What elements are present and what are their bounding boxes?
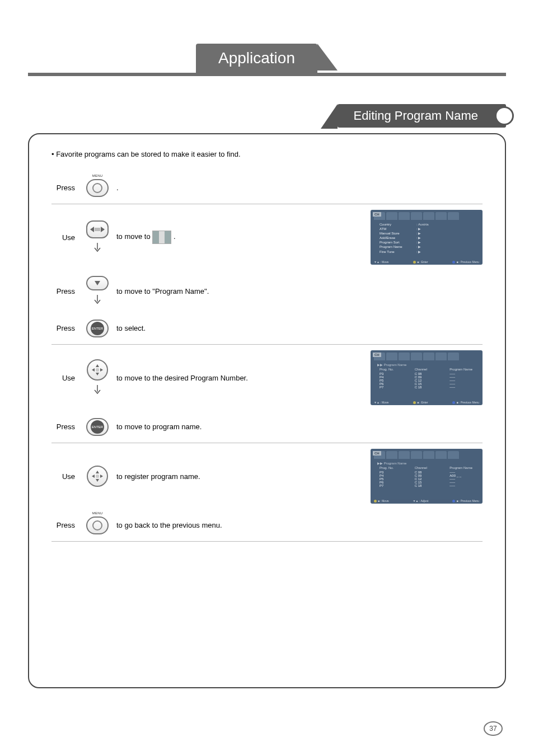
content-frame: Favorite programs can be stored to make … xyxy=(28,133,506,688)
enter-label: ENTER xyxy=(91,420,104,434)
step-row: Use to register program name. CH ▶▶ Prog… xyxy=(51,443,483,509)
step-verb: Press xyxy=(51,287,83,295)
step-row: Press ENTER to select. xyxy=(51,312,483,345)
osd-badge: CH xyxy=(373,451,381,456)
steps-list: Press MENU . Use xyxy=(51,172,483,542)
osd-sub: ▶▶ Program Name xyxy=(377,363,479,367)
step-row: Press ENTER to move to program name. xyxy=(51,411,483,443)
step-verb: Use xyxy=(51,472,83,481)
step-desc: to move to the desired Program Number. xyxy=(112,374,354,382)
step-desc-prefix: to move to xyxy=(116,232,152,241)
step-desc: to register program name. xyxy=(112,472,354,481)
header-tab-bar: Application xyxy=(28,44,506,73)
step-verb: Use xyxy=(51,374,83,382)
enter-label: ENTER xyxy=(91,322,104,335)
section-title-wrap: Editing Program Name xyxy=(28,104,506,129)
step-row: Press MENU . xyxy=(51,172,483,204)
flow-down-icon xyxy=(93,295,102,307)
page-number: 37 xyxy=(484,721,503,736)
svg-rect-13 xyxy=(96,475,99,478)
svg-marker-4 xyxy=(96,364,99,367)
manual-page: Application Editing Program Name Favorit… xyxy=(0,0,534,756)
step-row: Use to move to . CH xyxy=(51,204,483,270)
four-way-button-icon xyxy=(87,359,108,381)
menu-label: MENU xyxy=(92,511,102,515)
step-desc: to move to program name. xyxy=(112,422,354,431)
flow-down-icon xyxy=(93,385,102,397)
flow-down-icon xyxy=(93,243,102,255)
step-desc: to move to . xyxy=(112,231,354,244)
step-row: Use to move to the desired Program Numbe… xyxy=(51,345,483,411)
step-verb: Use xyxy=(51,233,83,242)
enter-button-icon: ENTER xyxy=(86,320,109,337)
svg-rect-1 xyxy=(95,228,100,231)
osd-rows: Country: Austria ATM: ▶ Manual Store: ▶ … xyxy=(380,222,479,254)
menu-button-icon: MENU xyxy=(86,516,109,534)
osd-badge: CH xyxy=(373,353,381,357)
step-desc-suffix: . xyxy=(174,232,176,241)
section-knob-icon xyxy=(495,106,514,125)
svg-marker-0 xyxy=(90,227,94,232)
step-desc: to select. xyxy=(112,324,354,332)
svg-marker-9 xyxy=(96,471,99,473)
down-button-icon xyxy=(86,276,109,290)
svg-marker-10 xyxy=(96,479,99,482)
svg-marker-12 xyxy=(100,475,103,478)
osd-sub: ▶▶ Program Name xyxy=(377,461,479,465)
svg-marker-6 xyxy=(92,368,95,372)
step-row: Press MENU to go back to the previous me… xyxy=(51,509,483,542)
menu-button-icon: MENU xyxy=(86,179,109,197)
osd-badge: CH xyxy=(373,212,381,217)
section-title: Editing Program Name xyxy=(338,104,506,128)
osd-screenshot: CH ▶▶ Program Name Prog. No. P3P4P5P6P7 … xyxy=(371,449,483,504)
enter-button-icon: ENTER xyxy=(86,418,109,436)
osd-screenshot: CH ▶▶ Program Name Prog. No. P3P4P5P6P7 … xyxy=(371,350,483,405)
svg-marker-3 xyxy=(95,281,100,285)
svg-marker-7 xyxy=(100,368,103,372)
step-verb: Press xyxy=(51,422,83,431)
step-row: Press to move to "Program Name". xyxy=(51,270,483,312)
step-desc: . xyxy=(112,184,354,192)
step-verb: Press xyxy=(51,324,83,332)
svg-marker-2 xyxy=(101,227,105,232)
step-desc: to move to "Program Name". xyxy=(112,287,354,295)
step-verb: Press xyxy=(51,184,83,192)
header-stripe xyxy=(28,73,506,76)
four-way-button-icon xyxy=(87,466,108,487)
header-tab: Application xyxy=(196,44,317,73)
step-desc: to go back to the previous menu. xyxy=(112,521,354,529)
svg-marker-5 xyxy=(96,373,99,375)
step-verb: Press xyxy=(51,521,83,529)
svg-rect-8 xyxy=(96,368,99,372)
intro-text: Favorite programs can be stored to make … xyxy=(51,150,483,158)
flag-icon xyxy=(152,231,171,244)
left-right-button-icon xyxy=(86,220,109,238)
svg-marker-11 xyxy=(92,475,95,478)
menu-label: MENU xyxy=(92,174,102,177)
osd-screenshot: CH Country: Austria ATM: ▶ Manual Store:… xyxy=(371,210,483,265)
